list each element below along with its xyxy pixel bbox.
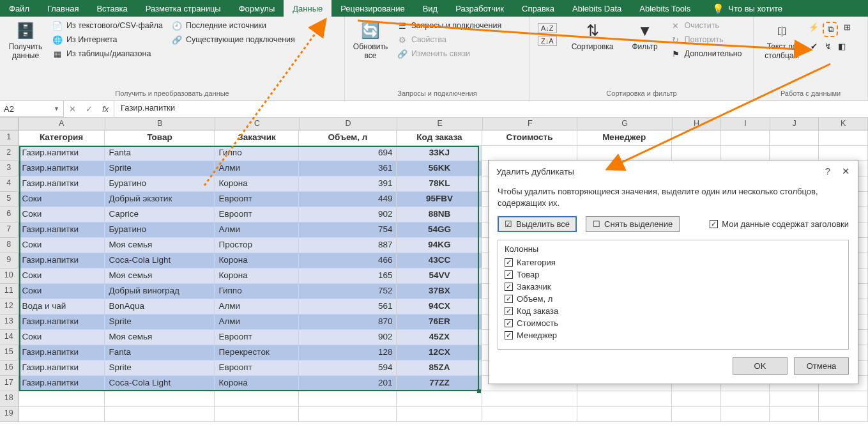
remove-duplicates-button[interactable]: ⧉: [823, 22, 838, 37]
cell[interactable]: Добрый экзотик: [105, 192, 215, 207]
tab-разметка-страницы[interactable]: Разметка страницы: [137, 0, 230, 17]
table-header[interactable]: Код заказа: [397, 130, 482, 146]
cell[interactable]: Coca-Cola Light: [105, 253, 215, 269]
col-header[interactable]: D: [300, 118, 397, 130]
tab-ablebits-tools[interactable]: Ablebits Tools: [630, 0, 699, 17]
tab-формулы[interactable]: Формулы: [230, 0, 284, 17]
advanced-filter-button[interactable]: ⚑Дополнительно: [668, 47, 745, 60]
cell[interactable]: 902: [299, 330, 397, 345]
ok-button[interactable]: OK: [733, 357, 788, 375]
cell[interactable]: 78KL: [397, 176, 482, 192]
col-header[interactable]: H: [673, 118, 722, 130]
row-header[interactable]: 11: [0, 284, 19, 299]
data-model-icon[interactable]: ◧: [837, 41, 847, 51]
text-to-columns-button[interactable]: ⎅ Текст по столбцам: [759, 19, 805, 61]
row-header[interactable]: 17: [0, 376, 19, 391]
cell[interactable]: Sprite: [105, 361, 215, 376]
tell-me[interactable]: 💡Что вы хотите: [703, 0, 791, 17]
cell[interactable]: Газир.напитки: [19, 376, 105, 391]
sort-az-icon[interactable]: A↓Z: [538, 23, 557, 33]
consolidate-icon[interactable]: ⊞: [842, 22, 852, 32]
cell[interactable]: Добрый виноград: [105, 284, 215, 299]
cell[interactable]: Буратино: [105, 176, 215, 192]
existing-conn-button[interactable]: 🔗Существующие подключения: [169, 33, 298, 46]
formula-input[interactable]: Газир.напитки: [114, 101, 868, 117]
cell[interactable]: 54GG: [397, 222, 482, 238]
cell[interactable]: Корона: [215, 376, 299, 391]
cell[interactable]: 56KK: [397, 161, 482, 176]
data-validation-icon[interactable]: ✔: [809, 41, 819, 51]
cell[interactable]: Корона: [215, 269, 299, 284]
from-web-button[interactable]: 🌐Из Интернета: [50, 33, 165, 46]
cell[interactable]: Корона: [215, 253, 299, 269]
cell[interactable]: Соки: [19, 330, 105, 345]
row-header[interactable]: 10: [0, 269, 19, 284]
cell[interactable]: 694: [299, 146, 397, 161]
cell[interactable]: 561: [299, 299, 397, 315]
cell[interactable]: 391: [299, 176, 397, 192]
cell[interactable]: 128: [299, 345, 397, 361]
cell[interactable]: Соки: [19, 238, 105, 253]
table-header[interactable]: Стоимость: [482, 130, 577, 146]
cell[interactable]: Корона: [215, 176, 299, 192]
cell[interactable]: 33KJ: [397, 146, 482, 161]
tab-справка[interactable]: Справка: [513, 0, 563, 17]
properties-button[interactable]: ⚙Свойства: [395, 33, 504, 46]
row-header[interactable]: 5: [0, 192, 19, 207]
cell[interactable]: Соки: [19, 284, 105, 299]
tab-вставка[interactable]: Вставка: [88, 0, 136, 17]
select-all-corner[interactable]: [0, 118, 19, 130]
recent-sources-button[interactable]: 🕘Последние источники: [169, 19, 298, 32]
fill-handle[interactable]: [477, 389, 481, 393]
cell[interactable]: 754: [299, 222, 397, 238]
cell[interactable]: Простор: [215, 238, 299, 253]
tab-рецензирование[interactable]: Рецензирование: [331, 0, 413, 17]
column-checkbox[interactable]: ✓Заказчик: [505, 282, 842, 292]
cell[interactable]: 43CC: [397, 253, 482, 269]
headers-checkbox[interactable]: ✓Мои данные содержат заголовки: [710, 219, 849, 229]
flash-fill-icon[interactable]: ⚡: [809, 22, 819, 32]
col-header[interactable]: I: [721, 118, 770, 130]
cell[interactable]: 95FBV: [397, 192, 482, 207]
cancel-formula-icon[interactable]: ✕: [64, 104, 80, 114]
row-header[interactable]: 16: [0, 361, 19, 376]
col-header[interactable]: G: [577, 118, 672, 130]
accept-formula-icon[interactable]: ✓: [80, 104, 97, 114]
cell[interactable]: 76ER: [397, 315, 482, 330]
cell[interactable]: 870: [299, 315, 397, 330]
col-header[interactable]: C: [215, 118, 300, 130]
row-header[interactable]: 15: [0, 345, 19, 361]
cell[interactable]: 594: [299, 361, 397, 376]
cell[interactable]: Sprite: [105, 315, 215, 330]
cell[interactable]: Гиппо: [215, 284, 299, 299]
refresh-all-button[interactable]: 🔄 Обновить все: [350, 19, 391, 61]
cell[interactable]: Газир.напитки: [19, 253, 105, 269]
cell[interactable]: Алми: [215, 315, 299, 330]
relationships-icon[interactable]: ↯: [823, 41, 833, 51]
cell[interactable]: Caprice: [105, 207, 215, 222]
row-header[interactable]: 2: [0, 146, 19, 161]
row-header[interactable]: 4: [0, 176, 19, 192]
cancel-button[interactable]: Отмена: [794, 357, 849, 375]
cell[interactable]: 77ZZ: [397, 376, 482, 391]
tab-разработчик[interactable]: Разработчик: [446, 0, 513, 17]
cell[interactable]: 85ZA: [397, 361, 482, 376]
tab-ablebits-data[interactable]: Ablebits Data: [563, 0, 630, 17]
row-header[interactable]: 9: [0, 253, 19, 269]
from-table-button[interactable]: ▦Из таблицы/диапазона: [50, 47, 165, 60]
col-header[interactable]: B: [105, 118, 215, 130]
cell[interactable]: 361: [299, 161, 397, 176]
tab-данные[interactable]: Данные: [284, 0, 331, 17]
cell[interactable]: Алми: [215, 161, 299, 176]
cell[interactable]: 45ZX: [397, 330, 482, 345]
col-header[interactable]: J: [770, 118, 819, 130]
row-header[interactable]: 1: [0, 130, 19, 146]
cell[interactable]: 165: [299, 269, 397, 284]
cell[interactable]: 902: [299, 207, 397, 222]
row-header[interactable]: 13: [0, 315, 19, 330]
cell[interactable]: Алми: [215, 299, 299, 315]
col-header[interactable]: E: [397, 118, 483, 130]
tab-файл[interactable]: Файл: [0, 0, 38, 17]
cell[interactable]: Соки: [19, 207, 105, 222]
row-header[interactable]: 7: [0, 222, 19, 238]
